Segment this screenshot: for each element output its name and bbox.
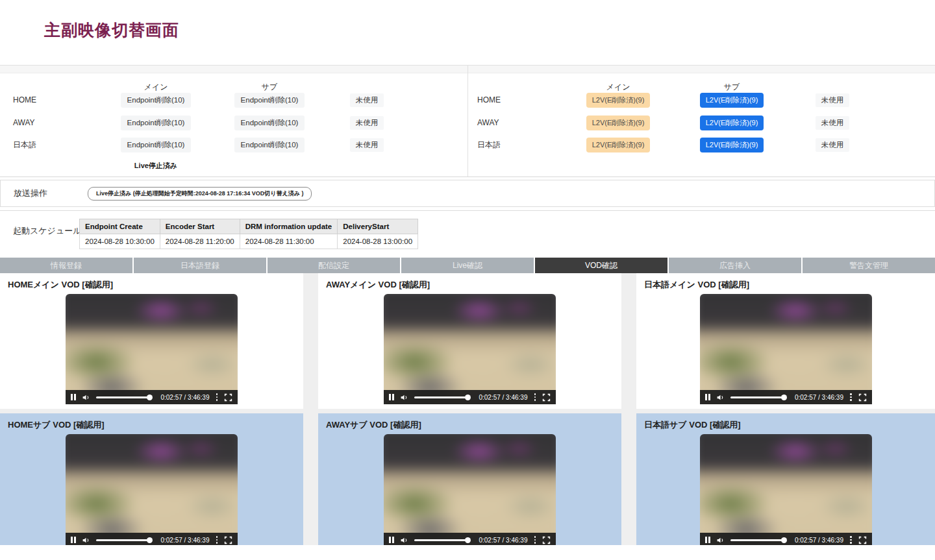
volume-icon[interactable] [399, 536, 409, 544]
l2v-away-sub-button[interactable]: L2V(E削除済)(9) [700, 116, 764, 130]
endpoint-col-header-main: メイン [107, 80, 205, 94]
video-frame-blurred [384, 434, 556, 545]
endpoint-delete-home-sub-button[interactable]: Endpoint削除(10) [234, 93, 305, 108]
pause-icon[interactable] [705, 394, 710, 400]
time-display: 0:02:57 / 3:46:39 [479, 537, 527, 544]
l2v-col-header-main: メイン [569, 80, 667, 94]
tab-vod-check[interactable]: VOD確認 [535, 258, 669, 273]
time-display: 0:02:57 / 3:46:39 [160, 537, 209, 544]
tab-ad-insertion[interactable]: 広告挿入 [669, 258, 803, 273]
pause-icon[interactable] [71, 537, 76, 543]
kebab-menu-icon[interactable] [215, 535, 219, 545]
video-player-home-sub[interactable]: 0:02:57 / 3:46:39 [66, 434, 238, 545]
pause-icon[interactable] [705, 537, 710, 543]
video-controls-bar: 0:02:57 / 3:46:39 [700, 533, 872, 545]
time-display: 0:02:57 / 3:46:39 [795, 394, 843, 401]
endpoint-delete-away-main-button[interactable]: Endpoint削除(10) [121, 116, 192, 130]
fullscreen-icon[interactable] [858, 536, 867, 544]
kebab-menu-icon[interactable] [849, 535, 853, 545]
l2v-away-main-button[interactable]: L2V(E削除済)(9) [586, 116, 651, 130]
pause-icon[interactable] [389, 394, 394, 400]
video-frame-blurred [700, 294, 872, 404]
progress-bar[interactable] [96, 396, 150, 398]
video-player-home-main[interactable]: 0:02:57 / 3:46:39 [66, 294, 238, 404]
status-section: メイン サブ HOME Endpoint削除(10) Endpoint削除(10… [0, 65, 935, 177]
video-player-japanese-sub[interactable]: 0:02:57 / 3:46:39 [700, 434, 872, 545]
video-player-japanese-main[interactable]: 0:02:57 / 3:46:39 [700, 294, 872, 404]
video-frame-blurred [700, 434, 872, 545]
video-player-away-main[interactable]: 0:02:57 / 3:46:39 [384, 294, 556, 404]
l2v-home-main-button[interactable]: L2V(E削除済)(9) [586, 93, 651, 108]
startup-schedule-label: 起動スケジュール [13, 225, 82, 237]
progress-bar[interactable] [96, 539, 150, 541]
schedule-value-drm-update: 2024-08-28 11:30:00 [240, 234, 338, 249]
video-player-away-sub[interactable]: 0:02:57 / 3:46:39 [384, 434, 556, 545]
video-panel-away-sub: AWAYサブ VOD [確認用] 0:02:57 / 3:46:39 [318, 413, 621, 545]
progress-bar[interactable] [414, 396, 468, 398]
live-stop-status-button[interactable]: Live停止済み (停止処理開始予定時間:2024-08-28 17:16:34… [88, 187, 312, 201]
fullscreen-icon[interactable] [224, 393, 232, 402]
schedule-header-delivery-start: DeliveryStart [338, 219, 418, 234]
l2v-home-sub-button[interactable]: L2V(E削除済)(9) [700, 93, 764, 108]
tab-warning-management[interactable]: 警告文管理 [803, 258, 935, 273]
fullscreen-icon[interactable] [542, 393, 551, 402]
volume-icon[interactable] [716, 536, 725, 544]
broadcast-operation-label: 放送操作 [14, 188, 47, 199]
kebab-menu-icon[interactable] [533, 392, 538, 402]
kebab-menu-icon[interactable] [215, 392, 219, 402]
fullscreen-icon[interactable] [858, 393, 867, 402]
endpoint-row-japanese-label: 日本語 [13, 138, 36, 152]
l2v-col-header-sub: サブ [683, 80, 780, 94]
video-panel-title: HOMEメイン VOD [確認用] [0, 273, 303, 293]
endpoint-panel-header-strip [0, 66, 468, 73]
l2v-japanese-sub-button[interactable]: L2V(E削除済)(9) [700, 138, 764, 152]
tab-live-check[interactable]: Live確認 [401, 258, 535, 273]
tab-delivery-settings[interactable]: 配信設定 [268, 258, 401, 273]
kebab-menu-icon[interactable] [849, 392, 853, 402]
volume-icon[interactable] [81, 393, 91, 402]
l2v-home-unused-chip: 未使用 [816, 93, 850, 107]
schedule-header-encoder-start: Encoder Start [160, 219, 240, 234]
video-frame-blurred [66, 294, 238, 404]
schedule-header-drm-update: DRM information update [240, 219, 338, 234]
tab-info-registration[interactable]: 情報登録 [0, 258, 134, 273]
video-panel-home-main: HOMEメイン VOD [確認用] 0:02:57 / 3:46:39 [0, 273, 303, 409]
endpoint-delete-away-sub-button[interactable]: Endpoint削除(10) [234, 116, 305, 130]
vod-check-video-grid: HOMEメイン VOD [確認用] 0:02:57 / 3:46:39 AWAY… [0, 273, 935, 545]
progress-bar[interactable] [414, 539, 468, 541]
schedule-value-endpoint-create: 2024-08-28 10:30:00 [80, 234, 160, 249]
tab-bar: 情報登録 日本語登録 配信設定 Live確認 VOD確認 広告挿入 警告文管理 [0, 258, 935, 273]
l2v-row-home-label: HOME [477, 93, 501, 107]
video-controls-bar: 0:02:57 / 3:46:39 [384, 533, 556, 545]
video-panel-title: AWAYサブ VOD [確認用] [318, 413, 621, 433]
video-panel-home-sub: HOMEサブ VOD [確認用] 0:02:57 / 3:46:39 [0, 413, 303, 545]
video-panel-japanese-main: 日本語メイン VOD [確認用] 0:02:57 / 3:46:39 [636, 273, 935, 409]
video-panel-away-main: AWAYメイン VOD [確認用] 0:02:57 / 3:46:39 [318, 273, 621, 409]
kebab-menu-icon[interactable] [533, 535, 538, 545]
progress-bar[interactable] [730, 396, 784, 398]
time-display: 0:02:57 / 3:46:39 [795, 537, 843, 544]
fullscreen-icon[interactable] [224, 536, 232, 544]
video-panel-title: 日本語メイン VOD [確認用] [636, 273, 935, 293]
pause-icon[interactable] [71, 394, 76, 400]
l2v-japanese-main-button[interactable]: L2V(E削除済)(9) [586, 138, 651, 152]
progress-bar[interactable] [730, 539, 784, 541]
video-panel-title: AWAYメイン VOD [確認用] [318, 273, 621, 293]
volume-icon[interactable] [716, 393, 725, 402]
endpoint-away-unused-chip: 未使用 [350, 116, 384, 130]
endpoint-delete-japanese-main-button[interactable]: Endpoint削除(10) [121, 138, 192, 152]
video-panel-japanese-sub: 日本語サブ VOD [確認用] 0:02:57 / 3:46:39 [636, 413, 935, 545]
volume-icon[interactable] [81, 536, 91, 544]
endpoint-delete-japanese-sub-button[interactable]: Endpoint削除(10) [234, 138, 305, 152]
volume-icon[interactable] [399, 393, 409, 402]
endpoint-japanese-unused-chip: 未使用 [350, 138, 384, 152]
broadcast-operation-section: 放送操作 Live停止済み (停止処理開始予定時間:2024-08-28 17:… [0, 180, 935, 207]
l2v-row-away-label: AWAY [477, 116, 499, 130]
endpoint-delete-home-main-button[interactable]: Endpoint削除(10) [121, 93, 192, 108]
endpoint-row-home-label: HOME [13, 93, 36, 107]
pause-icon[interactable] [389, 537, 394, 543]
tab-japanese-registration[interactable]: 日本語登録 [134, 258, 268, 273]
endpoint-status-panel: メイン サブ HOME Endpoint削除(10) Endpoint削除(10… [0, 66, 468, 177]
startup-schedule-table: Endpoint Create Encoder Start DRM inform… [79, 219, 418, 249]
fullscreen-icon[interactable] [542, 536, 551, 544]
